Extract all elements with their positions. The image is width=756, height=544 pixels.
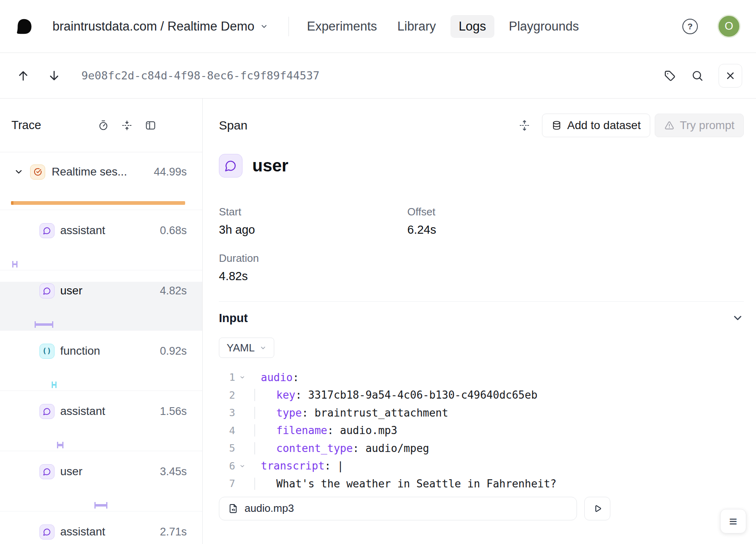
search-icon[interactable] bbox=[691, 69, 704, 82]
start-value: 3h ago bbox=[219, 223, 407, 237]
span-duration: 4.82s bbox=[160, 285, 187, 297]
breadcrumb-text: braintrustdata.com / Realtime Demo bbox=[52, 19, 254, 34]
fold-chevron-icon[interactable] bbox=[235, 374, 249, 380]
nav-library[interactable]: Library bbox=[397, 15, 437, 38]
try-prompt-label: Try prompt bbox=[680, 119, 734, 132]
yaml-key: type bbox=[276, 407, 302, 419]
chevron-down-icon[interactable] bbox=[732, 312, 744, 324]
yaml-sep: : bbox=[293, 371, 299, 384]
chat-bubble-icon bbox=[39, 404, 55, 419]
task-check-icon bbox=[30, 165, 45, 180]
span-label: Realtime ses... bbox=[52, 165, 127, 178]
trace-row-realtime-session[interactable]: Realtime ses... 44.99s bbox=[0, 163, 202, 210]
yaml-sep: : bbox=[325, 460, 337, 472]
audio-attachment[interactable]: audio.mp3 bbox=[219, 497, 577, 520]
yaml-sep: : bbox=[295, 389, 308, 401]
line-number: 7 bbox=[219, 478, 235, 489]
line-number: 4 bbox=[219, 425, 235, 437]
span-duration: 0.92s bbox=[160, 345, 187, 358]
duration-value: 4.82s bbox=[219, 270, 407, 283]
span-label: assistant bbox=[60, 224, 105, 237]
hamburger-menu-icon[interactable]: ≡ bbox=[720, 509, 746, 533]
timer-icon[interactable] bbox=[97, 119, 109, 132]
trace-panel: Trace Real bbox=[0, 99, 203, 544]
panel-layout-icon[interactable] bbox=[144, 119, 157, 132]
span-label: user bbox=[60, 284, 82, 297]
next-trace-button[interactable] bbox=[47, 69, 61, 83]
yaml-value: braintrust_attachment bbox=[315, 407, 448, 419]
trace-row-user-selected[interactable]: user 4.82s bbox=[0, 282, 202, 331]
expand-vertical-icon[interactable] bbox=[518, 119, 531, 132]
chat-bubble-icon bbox=[39, 464, 55, 479]
code-line: 2 key: 3317cb18-9a54-4c06-b130-c49640dc6… bbox=[219, 386, 744, 404]
trace-row-function[interactable]: () function 0.92s bbox=[0, 342, 202, 391]
yaml-code-block: 1 audio: 2 key: 3317cb18-9a54-4c06-b130-… bbox=[219, 369, 744, 493]
span-name: user bbox=[252, 156, 288, 175]
close-icon[interactable] bbox=[719, 64, 742, 88]
play-icon[interactable] bbox=[584, 497, 610, 520]
trace-row-user-2[interactable]: user 3.45s bbox=[0, 463, 202, 511]
trace-row-assistant-3[interactable]: assistant 2.71s bbox=[0, 523, 202, 544]
audio-file-icon bbox=[227, 503, 239, 514]
trace-row-assistant-2[interactable]: assistant 1.56s bbox=[0, 402, 202, 451]
span-panel-header: Span Add to dataset Try prompt bbox=[219, 99, 744, 152]
span-title-row: user bbox=[219, 154, 744, 178]
help-icon[interactable]: ? bbox=[682, 19, 698, 34]
nav-logs[interactable]: Logs bbox=[450, 15, 494, 38]
collapse-vertical-icon[interactable] bbox=[121, 119, 133, 132]
line-number: 6 bbox=[219, 460, 235, 472]
trace-panel-header: Trace bbox=[0, 99, 202, 152]
trace-row-assistant-1[interactable]: assistant 0.68s bbox=[0, 222, 202, 270]
offset-value: 6.24s bbox=[407, 223, 596, 237]
avatar[interactable]: O bbox=[717, 15, 741, 38]
breadcrumb[interactable]: braintrustdata.com / Realtime Demo bbox=[52, 19, 268, 34]
chevron-down-icon[interactable] bbox=[14, 167, 24, 177]
yaml-sep: : bbox=[327, 424, 340, 437]
previous-trace-button[interactable] bbox=[16, 69, 30, 83]
database-icon bbox=[551, 120, 562, 131]
line-number: 5 bbox=[219, 442, 235, 454]
yaml-value: | bbox=[337, 460, 344, 472]
try-prompt-button[interactable]: Try prompt bbox=[655, 114, 744, 137]
timeline-marker bbox=[94, 502, 107, 509]
code-line: 1 audio: bbox=[219, 369, 744, 386]
trace-toolbar: 9e08fc2d-c84d-4f98-8ec6-fc9f89f44537 bbox=[0, 53, 756, 99]
yaml-key: key bbox=[276, 389, 295, 401]
chevron-down-icon bbox=[260, 22, 268, 31]
attachment-row: audio.mp3 bbox=[219, 497, 744, 520]
line-number: 2 bbox=[219, 389, 235, 401]
line-number: 3 bbox=[219, 407, 235, 419]
yaml-value: audio/mpeg bbox=[365, 442, 429, 454]
code-line: 6 transcript: | bbox=[219, 457, 744, 475]
code-line: 4 filename: audio.mp3 bbox=[219, 422, 744, 440]
nav-experiments[interactable]: Experiments bbox=[306, 15, 378, 38]
add-to-dataset-button[interactable]: Add to dataset bbox=[542, 114, 650, 137]
input-section-header: Input bbox=[219, 310, 744, 326]
chat-bubble-icon bbox=[39, 283, 55, 298]
span-panel: Span Add to dataset Try prompt user bbox=[203, 99, 756, 544]
timeline-marker bbox=[52, 382, 57, 388]
span-label: assistant bbox=[60, 405, 105, 418]
span-label: assistant bbox=[60, 525, 105, 538]
tag-icon[interactable] bbox=[663, 69, 676, 82]
braintrust-logo[interactable] bbox=[15, 18, 33, 35]
span-label: function bbox=[60, 344, 100, 358]
chat-bubble-icon bbox=[39, 524, 55, 540]
fold-chevron-icon[interactable] bbox=[235, 463, 249, 469]
span-label: user bbox=[60, 465, 82, 478]
line-number: 1 bbox=[219, 371, 235, 383]
yaml-key: content_type bbox=[276, 442, 353, 454]
yaml-value: What's the weather in Seattle in Fahrenh… bbox=[276, 478, 557, 490]
format-selector-value: YAML bbox=[227, 342, 255, 354]
section-divider bbox=[219, 301, 744, 302]
timeline-marker bbox=[57, 442, 63, 448]
top-header: braintrustdata.com / Realtime Demo Exper… bbox=[0, 0, 756, 53]
span-panel-title: Span bbox=[219, 118, 247, 132]
input-section-title: Input bbox=[219, 311, 248, 325]
timeline-bar-root bbox=[11, 201, 185, 205]
nav-playgrounds[interactable]: Playgrounds bbox=[508, 15, 580, 38]
format-selector[interactable]: YAML bbox=[219, 338, 274, 358]
add-to-dataset-label: Add to dataset bbox=[567, 119, 641, 132]
header-divider bbox=[288, 17, 289, 36]
trace-panel-title: Trace bbox=[11, 118, 97, 132]
